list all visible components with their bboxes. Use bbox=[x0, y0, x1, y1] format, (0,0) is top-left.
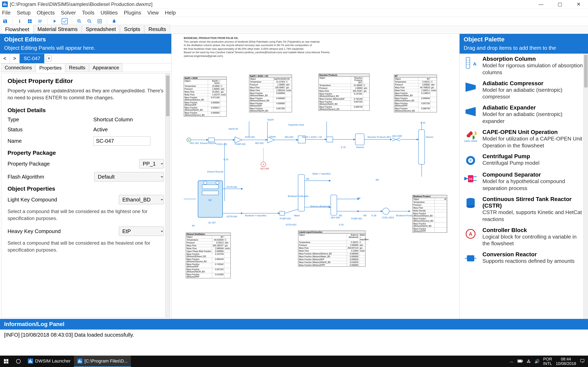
svg-line-24 bbox=[112, 22, 113, 22]
palette-item-adiabatic-expander[interactable]: Adiabatic ExpanderModel for an adiabatic… bbox=[459, 102, 588, 127]
editor-tab[interactable]: SC-047 bbox=[20, 54, 44, 63]
svg-rect-144 bbox=[30, 359, 31, 363]
nav-back-button[interactable]: < bbox=[0, 54, 10, 63]
tab-flowsheet[interactable]: Flowsheet bbox=[1, 25, 33, 34]
svg-rect-139 bbox=[4, 361, 6, 364]
stream-table-liquid-liquid: Liquid-Liquid Extraction ObjectBottoms (… bbox=[298, 231, 365, 267]
property-editor-scroll[interactable]: Object Property Editor Property values a… bbox=[1, 73, 170, 318]
svg-text:AB: AB bbox=[473, 61, 477, 67]
subtab-results[interactable]: Results bbox=[66, 63, 89, 72]
menu-solver[interactable]: Solver bbox=[61, 9, 76, 16]
palette-item-cape-open[interactable]: CAPE-OPEN CAPE-OPEN Unit OperationModel … bbox=[459, 127, 588, 151]
minimize-button[interactable]: — bbox=[532, 0, 550, 8]
zoom-in-icon[interactable] bbox=[76, 18, 82, 24]
svg-text:M3: M3 bbox=[339, 214, 342, 217]
pp-select[interactable]: PP_1 bbox=[139, 159, 164, 168]
lk-label: Light Key Compound bbox=[8, 197, 93, 203]
save-icon[interactable] bbox=[2, 18, 8, 24]
palette-item-controller-block[interactable]: A Controller BlockLogical block for cont… bbox=[459, 225, 588, 249]
svg-text:M7: M7 bbox=[192, 225, 195, 227]
task-item-dwsim-launcher[interactable]: DWSIM Launcher bbox=[25, 356, 74, 367]
svg-rect-59 bbox=[280, 211, 285, 215]
palette-item-absorption-column[interactable]: AB Absorption ColumnModel for rigorous s… bbox=[459, 54, 588, 78]
menu-file[interactable]: File bbox=[2, 9, 11, 16]
maximize-button[interactable]: ▢ bbox=[550, 0, 569, 8]
menu-setup[interactable]: Setup bbox=[17, 9, 31, 16]
flowsheet-canvas[interactable]: BIODIESEL PRODUCTION FROM PALM OIL This … bbox=[172, 34, 459, 319]
tab-material-streams[interactable]: Material Streams bbox=[34, 25, 82, 34]
close-button[interactable]: ✕ bbox=[569, 0, 588, 8]
tray-chevron-icon[interactable]: ︿ bbox=[510, 359, 514, 364]
svg-rect-38 bbox=[327, 137, 333, 142]
svg-text:PUMP-002: PUMP-002 bbox=[351, 217, 362, 220]
object-editors-panel: Object Editors Object Editing Panels wil… bbox=[0, 34, 172, 319]
nav-forward-button[interactable]: > bbox=[10, 54, 20, 63]
svg-point-66 bbox=[383, 208, 389, 215]
svg-rect-49 bbox=[202, 185, 218, 189]
hk-select[interactable]: EtP bbox=[119, 226, 164, 236]
svg-text:SC: SC bbox=[208, 199, 212, 202]
svg-rect-43 bbox=[419, 130, 425, 164]
cortana-button[interactable] bbox=[12, 356, 25, 367]
flash-select[interactable]: Default bbox=[94, 172, 164, 182]
menu-tools[interactable]: Tools bbox=[82, 9, 95, 16]
palette-item-adiabatic-compressor[interactable]: Adiabatic CompressorModel for an adiabat… bbox=[459, 78, 588, 103]
svg-text:M4: M4 bbox=[376, 179, 379, 181]
property-scrollbar[interactable] bbox=[165, 73, 170, 317]
start-button[interactable] bbox=[0, 356, 12, 367]
zoom-out-icon[interactable] bbox=[86, 18, 93, 24]
hk-label: Heavy Key Compound bbox=[8, 228, 93, 234]
menu-plugins[interactable]: Plugins bbox=[124, 9, 141, 16]
lk-select[interactable]: Ethanol_BD bbox=[119, 195, 164, 204]
palette-item-compound-separator[interactable]: CS Compound SeparatorModel for a hypothe… bbox=[459, 169, 588, 194]
svg-text:CAPE-OPEN: CAPE-OPEN bbox=[464, 140, 477, 142]
svg-text:SEP-008: SEP-008 bbox=[331, 216, 340, 219]
svg-text:COOL-0023: COOL-0023 bbox=[382, 216, 394, 219]
palette-scrollbar[interactable] bbox=[584, 54, 588, 319]
check-icon[interactable] bbox=[62, 18, 68, 24]
subtab-properties[interactable]: Properties bbox=[36, 64, 65, 72]
cstr-icon bbox=[462, 196, 479, 210]
palette-item-centrifugal-pump[interactable]: P Centrifugal PumpCentrifugal Pump model bbox=[459, 151, 588, 169]
svg-text:Tripalmitin Feed: Tripalmitin Feed bbox=[288, 124, 304, 126]
svg-rect-148 bbox=[79, 359, 80, 363]
palette-list[interactable]: AB Absorption ColumnModel for rigorous s… bbox=[459, 54, 588, 319]
zoom-fit-icon[interactable] bbox=[96, 18, 103, 24]
svg-text:E-38: E-38 bbox=[372, 214, 376, 217]
play-icon[interactable] bbox=[52, 18, 58, 24]
svg-line-16 bbox=[90, 22, 91, 23]
subtab-connections[interactable]: Connections bbox=[1, 63, 35, 72]
tab-results[interactable]: Results bbox=[145, 25, 170, 34]
tray-lang[interactable]: POR bbox=[543, 357, 552, 361]
palette-item-cstr[interactable]: Continuous Stirred Tank Reactor (CSTR)CS… bbox=[459, 194, 588, 225]
name-input[interactable] bbox=[93, 136, 150, 146]
grid-icon[interactable] bbox=[27, 18, 33, 24]
tray-clock[interactable]: 08:44 10/08/2018 bbox=[556, 357, 576, 366]
svg-text:E-33: E-33 bbox=[224, 158, 228, 161]
task-item-dwsim-app[interactable]: [C:\Program Files\D... bbox=[74, 356, 131, 367]
menu-utilities[interactable]: Utilities bbox=[100, 9, 118, 16]
tray-kbd[interactable]: INTL bbox=[543, 361, 552, 366]
editor-tab-close[interactable]: ✕ bbox=[46, 56, 52, 61]
svg-text:P: P bbox=[470, 159, 471, 162]
bug-icon[interactable] bbox=[111, 18, 117, 24]
menu-objects[interactable]: Objects bbox=[37, 9, 55, 16]
tray-volume-icon[interactable]: 🔊 bbox=[535, 359, 540, 364]
svg-rect-137 bbox=[4, 359, 6, 361]
svg-rect-138 bbox=[6, 359, 8, 361]
palette-item-conversion-reactor[interactable]: Conversion ReactorSupports reactions def… bbox=[459, 249, 588, 267]
tab-spreadsheet[interactable]: Spreadsheet bbox=[82, 25, 120, 34]
sliders-icon[interactable] bbox=[37, 18, 43, 24]
object-palette-panel: Object Palette Drag and drop items to ad… bbox=[459, 34, 588, 319]
tab-scripts[interactable]: Scripts bbox=[120, 25, 144, 34]
menu-help[interactable]: Help bbox=[165, 9, 176, 16]
menu-view[interactable]: View bbox=[147, 9, 159, 16]
tray-notifications-icon[interactable] bbox=[580, 359, 585, 364]
subtab-appearance[interactable]: Appearance bbox=[89, 63, 122, 72]
svg-rect-4 bbox=[19, 21, 20, 23]
svg-text:COOL-001: COOL-001 bbox=[216, 143, 227, 145]
info-icon[interactable] bbox=[17, 18, 23, 24]
tray-battery-icon[interactable] bbox=[517, 359, 523, 364]
svg-text:A: A bbox=[469, 231, 472, 237]
tray-network-icon[interactable]: 🖧 bbox=[527, 359, 531, 364]
